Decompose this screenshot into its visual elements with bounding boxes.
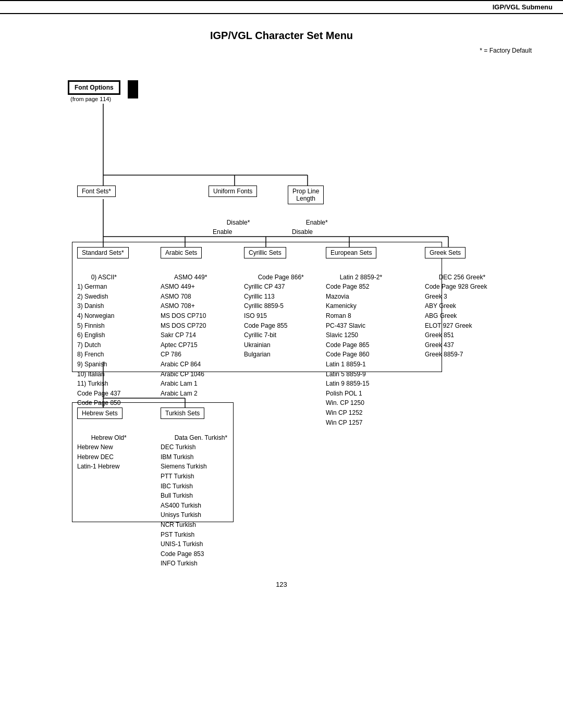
diagram: Font Options (from page 114) Font Sets* … [31,59,532,570]
font-options-node: Font Options [68,80,120,95]
prop-line-options: Enable* Disable [292,208,328,246]
greek-sets-items: DEC 256 Greek* Code Page 928 Greek Greek… [425,263,487,369]
uniform-fonts-options: Disable* Enable [213,208,250,246]
cyrillic-sets-node: Cyrillic Sets [244,247,286,258]
font-options-sublabel: (from page 114) [70,96,111,102]
standard-sets-items: 0) ASCII* 1) German 2) Swedish 3) Danish… [77,263,120,418]
uniform-fonts-node: Uniform Fonts [209,186,257,197]
arabic-sets-node: Arabic Sets [161,247,202,258]
standard-sets-node: Standard Sets* [77,247,129,258]
font-sets-node: Font Sets* [77,186,116,197]
cyrillic-sets-items: Code Page 866* Cyrillic CP 437 Cyrillic … [244,263,304,369]
european-sets-node: European Sets [326,247,376,258]
prop-line-node: Prop Line Length [288,186,324,204]
font-options-tab [128,80,138,98]
factory-default: * = Factory Default [31,47,532,54]
turkish-sets-node: Turkish Sets [161,408,204,419]
header-title: IGP/VGL Submenu [493,3,553,11]
header-bar: IGP/VGL Submenu [0,0,563,14]
page-footer: 123 [31,581,532,588]
page-title: IGP/VGL Character Set Menu [31,30,532,42]
arabic-sets-items: ASMO 449* ASMO 449+ ASMO 708 ASMO 708+ M… [161,263,207,408]
turkish-sets-items: Data Gen. Turkish* DEC Turkish IBM Turki… [161,423,227,578]
european-sets-items: Latin 2 8859-2* Code Page 852 Mazovia Ka… [326,263,382,437]
hebrew-sets-items: Hebrew Old* Hebrew New Hebrew DEC Latin-… [77,423,127,482]
greek-sets-node: Greek Sets [425,247,466,258]
hebrew-sets-node: Hebrew Sets [77,408,123,419]
